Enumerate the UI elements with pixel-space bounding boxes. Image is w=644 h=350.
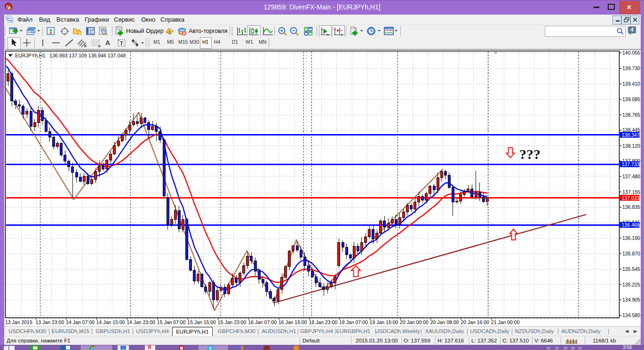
svg-text:15 Jan 07:00: 15 Jan 07:00	[157, 319, 186, 325]
svg-text:EURJPYh,H1 136.993 137.109 1: EURJPYh,H1 136.993 137.109 136.946 137.0…	[15, 53, 126, 58]
svg-text:15 Jan 15:00: 15 Jan 15:00	[187, 319, 216, 325]
svg-text:134.580: 134.580	[622, 312, 640, 318]
svg-text:136.190: 136.190	[622, 235, 640, 241]
svg-text:135.225: 135.225	[622, 282, 640, 287]
svg-text:137.480: 137.480	[622, 174, 640, 179]
svg-text:13 Jan 23:00: 13 Jan 23:00	[36, 319, 64, 325]
svg-text:137.155: 137.155	[622, 189, 640, 195]
svg-text:15 Jan 23:00: 15 Jan 23:00	[218, 319, 246, 325]
svg-text:136.835: 136.835	[622, 204, 640, 210]
svg-text:139.085: 139.085	[622, 96, 640, 102]
svg-text:135.545: 135.545	[622, 266, 640, 272]
svg-text:140.055: 140.055	[622, 50, 640, 56]
svg-text:14 Jan 15:00: 14 Jan 15:00	[96, 319, 125, 325]
svg-text:19 Jan 07:00: 19 Jan 07:00	[339, 319, 368, 325]
svg-text:21 Jan 00:00: 21 Jan 00:00	[491, 319, 520, 325]
svg-text:138.120: 138.120	[622, 143, 640, 149]
svg-text:16 Jan 07:00: 16 Jan 07:00	[248, 319, 277, 325]
svg-text:18 Jan 23:00: 18 Jan 23:00	[309, 319, 338, 325]
svg-text:139.410: 139.410	[622, 81, 640, 87]
svg-text:16 Jan 15:00: 16 Jan 15:00	[278, 319, 307, 325]
svg-text:137.733: 137.733	[622, 161, 640, 167]
svg-text:135.870: 135.870	[622, 251, 640, 256]
svg-text:138.347: 138.347	[622, 132, 640, 138]
svg-text:134.905: 134.905	[622, 297, 640, 302]
svg-text:14 Jan 07:00: 14 Jan 07:00	[66, 319, 95, 325]
svg-text:???: ???	[519, 146, 541, 162]
svg-text:20 Jan 00:00: 20 Jan 00:00	[400, 319, 429, 325]
svg-text:19 Jan 15:00: 19 Jan 15:00	[370, 319, 398, 325]
svg-text:13 Jan 2015: 13 Jan 2015	[5, 319, 32, 325]
svg-text:138.765: 138.765	[622, 112, 640, 118]
svg-text:139.730: 139.730	[622, 65, 640, 71]
svg-text:14 Jan 23:00: 14 Jan 23:00	[127, 319, 155, 325]
svg-text:20 Jan 08:00: 20 Jan 08:00	[430, 319, 459, 325]
svg-text:137.033: 137.033	[622, 195, 640, 201]
svg-text:20 Jan 16:00: 20 Jan 16:00	[461, 319, 489, 325]
svg-text:136.468: 136.468	[622, 222, 640, 228]
